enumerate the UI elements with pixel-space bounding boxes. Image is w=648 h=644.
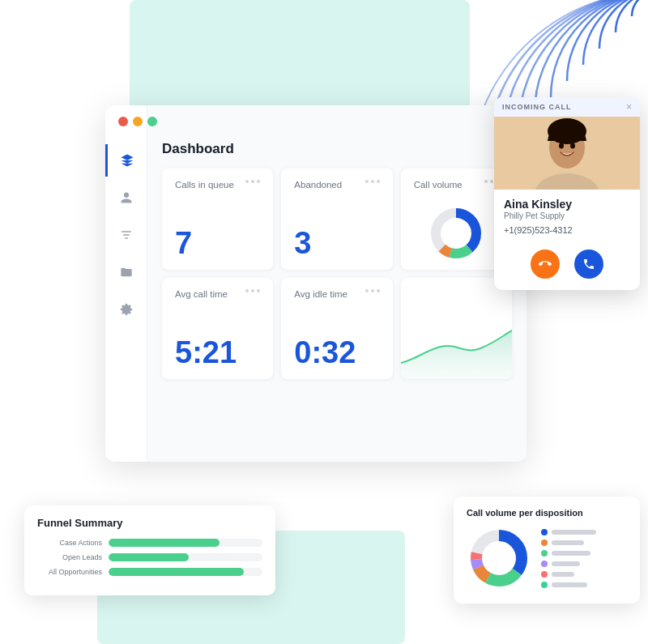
stat-value-avg-call-time: 5:21 [175,337,260,368]
maximize-window-btn[interactable] [147,117,157,126]
funnel-row-case-actions: Case Actions [37,539,262,547]
legend-item-6 [541,582,596,588]
stat-label-avg-call-time: Avg call time [175,289,228,299]
caller-phone: +1(925)523-4312 [504,225,630,235]
legend-item-2 [541,540,596,546]
close-call-popup-btn[interactable]: × [626,101,632,113]
sidebar-item-filter[interactable] [105,219,147,251]
funnel-bar-bg-all-opportunities [109,568,262,576]
sidebar-item-contacts[interactable] [105,181,147,214]
stat-value-avg-idle-time: 0:32 [294,337,379,368]
funnel-label-open-leads: Open Leads [37,553,102,561]
disposition-donut [467,526,531,591]
filter-icon [118,227,134,243]
stat-card-abandoned: Abandoned 3 [281,168,392,270]
dashboard-title: Dashboard [162,141,512,157]
legend-bar-2 [552,540,584,545]
disposition-card: Call volume per disposition [454,497,640,603]
stat-label-call-volume: Call volume [414,180,463,190]
call-volume-donut-mini [428,205,484,262]
stat-label-abandoned: Abandoned [294,180,342,190]
close-window-btn[interactable] [118,117,128,126]
stat-card-calls-in-queue: Calls in queue 7 [162,168,273,270]
sidebar-item-folder[interactable] [105,256,147,288]
svg-point-8 [559,143,564,149]
stat-label-avg-idle-time: Avg idle time [294,289,347,299]
funnel-bar-bg-case-actions [109,539,262,547]
funnel-label-case-actions: Case Actions [37,539,102,547]
layers-icon [119,152,135,168]
legend-bar-6 [552,582,587,587]
minimize-window-btn[interactable] [133,117,143,126]
caller-info: Aina Kinsley Philly Pet Supply +1(925)52… [494,190,640,241]
legend-dot-3 [541,550,548,557]
incoming-call-label: INCOMING CALL [502,103,572,111]
incoming-call-popup: INCOMING CALL × Aina Kinsley Philly Pet … [494,97,640,290]
caller-company: Philly Pet Supply [504,211,630,220]
funnel-title: Funnel Summary [37,517,262,529]
legend-dot-2 [541,540,548,546]
person-icon [118,190,134,206]
sidebar [105,105,147,462]
disposition-legend [541,529,596,588]
sidebar-item-settings[interactable] [105,293,147,326]
legend-bar-4 [552,561,580,566]
stat-card-avg-call-time: Avg call time 5:21 [162,278,273,379]
legend-bar-3 [552,551,590,556]
legend-dot-1 [541,529,548,535]
funnel-bar-fill-all-opportunities [109,568,244,576]
dashboard-main: Dashboard Calls in queue 7 Abandoned 3 [147,105,526,462]
svg-point-9 [570,143,575,149]
disposition-content [467,526,627,591]
decline-call-btn[interactable] [531,249,560,279]
funnel-bar-fill-open-leads [109,553,189,561]
incoming-call-header: INCOMING CALL × [494,97,640,117]
phone-decline-icon [539,258,552,271]
legend-dot-6 [541,582,548,588]
window-controls [118,117,157,126]
stat-value-calls-in-queue: 7 [175,228,260,258]
dashboard-window: Dashboard Calls in queue 7 Abandoned 3 [105,105,526,462]
legend-item-5 [541,571,596,578]
caller-photo [494,117,640,190]
legend-dot-4 [541,561,548,567]
call-actions [494,241,640,290]
folder-icon [118,264,134,280]
phone-accept-icon [582,258,595,271]
stat-card-area-chart [401,278,512,379]
funnel-row-all-opportunities: All Opportunities [37,568,262,576]
stat-card-avg-idle-time: Avg idle time 0:32 [281,278,392,379]
stat-value-abandoned: 3 [294,228,379,258]
funnel-label-all-opportunities: All Opportunities [37,568,102,576]
legend-dot-5 [541,571,548,578]
legend-item-3 [541,550,596,557]
stats-grid: Calls in queue 7 Abandoned 3 Call volume [162,168,512,379]
settings-icon [118,301,134,318]
svg-point-16 [483,542,515,574]
stat-label-calls-in-queue: Calls in queue [175,180,234,190]
legend-item-1 [541,529,596,535]
funnel-bar-fill-case-actions [109,539,220,547]
caller-name: Aina Kinsley [504,198,630,211]
sidebar-item-dashboard[interactable] [105,144,147,177]
disposition-title: Call volume per disposition [467,508,627,518]
funnel-summary-card: Funnel Summary Case Actions Open Leads A… [24,505,275,595]
accept-call-btn[interactable] [574,249,603,279]
legend-item-4 [541,561,596,567]
legend-bar-5 [552,572,574,577]
funnel-bar-bg-open-leads [109,553,262,561]
funnel-row-open-leads: Open Leads [37,553,262,561]
legend-bar-1 [552,530,596,535]
caller-avatar-svg [494,117,640,190]
area-chart [401,314,512,379]
